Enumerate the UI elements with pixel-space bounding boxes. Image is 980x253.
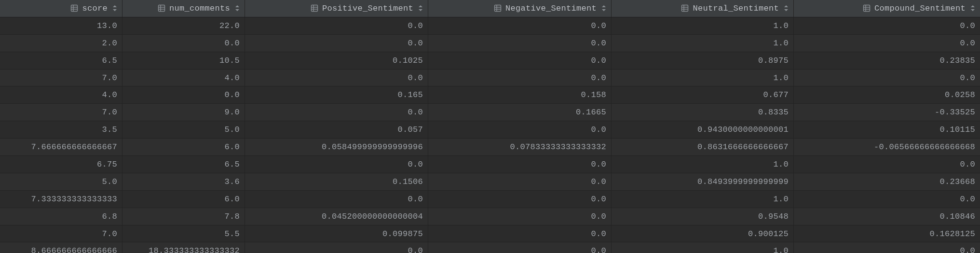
column-header-negative-sentiment[interactable]: Negative_Sentiment (428, 0, 612, 17)
table-cell[interactable]: 0.0 (122, 35, 245, 52)
table-cell[interactable]: 2.0 (0, 35, 122, 52)
table-cell[interactable]: 0.0 (428, 242, 612, 253)
table-cell[interactable]: 0.1506 (245, 173, 428, 190)
table-cell[interactable]: 0.23835 (794, 52, 980, 69)
table-cell[interactable]: 0.0 (428, 191, 612, 208)
sort-icon[interactable] (970, 5, 975, 12)
table-cell[interactable]: 0.099875 (245, 225, 428, 242)
table-cell[interactable]: 0.677 (612, 86, 794, 103)
table-row[interactable]: 7.04.00.00.01.00.0 (0, 70, 980, 87)
table-cell[interactable]: 0.0 (794, 70, 980, 86)
column-header-num-comments[interactable]: num_comments (122, 0, 245, 17)
table-cell[interactable]: 0.10115 (794, 121, 980, 138)
table-row[interactable]: 5.03.60.15060.00.84939999999999990.23668 (0, 173, 980, 191)
column-header-score[interactable]: score (0, 0, 122, 17)
table-cell[interactable]: 7.0 (0, 225, 122, 242)
table-cell[interactable]: 3.6 (122, 173, 245, 190)
table-cell[interactable]: 6.75 (0, 156, 122, 173)
table-cell[interactable]: 0.0 (245, 156, 428, 173)
table-cell[interactable]: 5.0 (0, 173, 122, 190)
table-cell[interactable]: 4.0 (0, 86, 122, 103)
column-header-neutral-sentiment[interactable]: Neutral_Sentiment (612, 0, 794, 17)
table-row[interactable]: 7.05.50.0998750.00.9001250.1628125 (0, 225, 980, 243)
table-cell[interactable]: 0.1025 (245, 52, 428, 69)
table-cell[interactable]: 0.9548 (612, 208, 794, 225)
table-cell[interactable]: 0.0 (428, 70, 612, 86)
table-cell[interactable]: 1.0 (612, 191, 794, 208)
table-cell[interactable]: 0.0 (794, 191, 980, 208)
table-cell[interactable]: 6.0 (122, 191, 245, 208)
table-cell[interactable]: 0.0 (245, 242, 428, 253)
table-cell[interactable]: 0.0 (794, 35, 980, 52)
table-cell[interactable]: 1.0 (612, 35, 794, 52)
table-cell[interactable]: 0.0 (245, 70, 428, 86)
table-row[interactable]: 7.3333333333333336.00.00.01.00.0 (0, 191, 980, 208)
table-cell[interactable]: 7.0 (0, 104, 122, 121)
table-row[interactable]: 6.87.80.0452000000000000040.00.95480.108… (0, 208, 980, 225)
table-cell[interactable]: 6.5 (122, 156, 245, 173)
table-cell[interactable]: 7.666666666666667 (0, 139, 122, 155)
table-cell[interactable]: 10.5 (122, 52, 245, 69)
table-cell[interactable]: 1.0 (612, 242, 794, 253)
table-cell[interactable]: 5.5 (122, 225, 245, 242)
table-row[interactable]: 8.66666666666666618.3333333333333320.00.… (0, 242, 980, 253)
table-cell[interactable]: 0.0 (428, 35, 612, 52)
table-cell[interactable]: 0.165 (245, 86, 428, 103)
table-cell[interactable]: 0.8631666666666667 (612, 139, 794, 155)
table-cell[interactable]: 0.0 (428, 17, 612, 34)
table-cell[interactable]: 0.07833333333333332 (428, 139, 612, 155)
table-cell[interactable]: 18.333333333333332 (122, 242, 245, 253)
table-cell[interactable]: 0.0 (428, 225, 612, 242)
table-cell[interactable]: 0.0 (122, 86, 245, 103)
table-cell[interactable]: 7.8 (122, 208, 245, 225)
table-cell[interactable]: 0.0258 (794, 86, 980, 103)
table-cell[interactable]: 3.5 (0, 121, 122, 138)
sort-icon[interactable] (112, 5, 117, 12)
table-cell[interactable]: 0.8335 (612, 104, 794, 121)
table-cell[interactable]: 0.1628125 (794, 225, 980, 242)
table-cell[interactable]: 0.0 (794, 242, 980, 253)
table-cell[interactable]: 0.8975 (612, 52, 794, 69)
table-cell[interactable]: -0.33525 (794, 104, 980, 121)
table-cell[interactable]: 0.10846 (794, 208, 980, 225)
table-cell[interactable]: 6.5 (0, 52, 122, 69)
table-cell[interactable]: 0.158 (428, 86, 612, 103)
table-cell[interactable]: 0.0 (794, 156, 980, 173)
table-cell[interactable]: 0.23668 (794, 173, 980, 190)
table-row[interactable]: 13.022.00.00.01.00.0 (0, 17, 980, 35)
table-cell[interactable]: 0.0 (245, 104, 428, 121)
table-cell[interactable]: 4.0 (122, 70, 245, 86)
table-cell[interactable]: 0.058499999999999996 (245, 139, 428, 155)
sort-icon[interactable] (418, 5, 423, 12)
table-row[interactable]: 2.00.00.00.01.00.0 (0, 35, 980, 52)
sort-icon[interactable] (601, 5, 606, 12)
table-cell[interactable]: 22.0 (122, 17, 245, 34)
table-cell[interactable]: 7.0 (0, 70, 122, 86)
table-cell[interactable]: 6.8 (0, 208, 122, 225)
table-cell[interactable]: 7.333333333333333 (0, 191, 122, 208)
table-cell[interactable]: 0.0 (428, 121, 612, 138)
table-cell[interactable]: 0.0 (428, 52, 612, 69)
table-cell[interactable]: 5.0 (122, 121, 245, 138)
table-row[interactable]: 7.6666666666666676.00.058499999999999996… (0, 139, 980, 156)
sort-icon[interactable] (784, 5, 789, 12)
table-cell[interactable]: 0.0 (794, 17, 980, 34)
table-cell[interactable]: 0.1665 (428, 104, 612, 121)
table-cell[interactable]: 0.0 (245, 191, 428, 208)
table-cell[interactable]: 0.8493999999999999 (612, 173, 794, 190)
table-cell[interactable]: 0.900125 (612, 225, 794, 242)
sort-icon[interactable] (235, 5, 240, 12)
table-row[interactable]: 4.00.00.1650.1580.6770.0258 (0, 86, 980, 104)
table-cell[interactable]: 0.045200000000000004 (245, 208, 428, 225)
table-cell[interactable]: 0.0 (245, 17, 428, 34)
table-cell[interactable]: 9.0 (122, 104, 245, 121)
table-cell[interactable]: 1.0 (612, 156, 794, 173)
table-cell[interactable]: 1.0 (612, 70, 794, 86)
table-cell[interactable]: 0.9430000000000001 (612, 121, 794, 138)
table-row[interactable]: 6.510.50.10250.00.89750.23835 (0, 52, 980, 70)
table-cell[interactable]: 8.666666666666666 (0, 242, 122, 253)
table-cell[interactable]: 1.0 (612, 17, 794, 34)
table-row[interactable]: 6.756.50.00.01.00.0 (0, 156, 980, 173)
table-cell[interactable]: 0.0 (428, 208, 612, 225)
table-cell[interactable]: 0.0 (245, 35, 428, 52)
